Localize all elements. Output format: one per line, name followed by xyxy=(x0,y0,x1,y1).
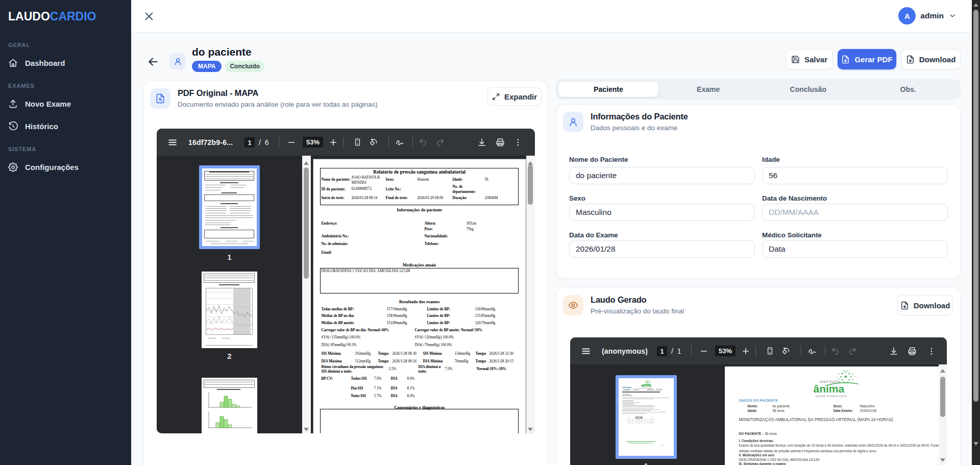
svg-text:ânima: ânima xyxy=(642,384,651,387)
